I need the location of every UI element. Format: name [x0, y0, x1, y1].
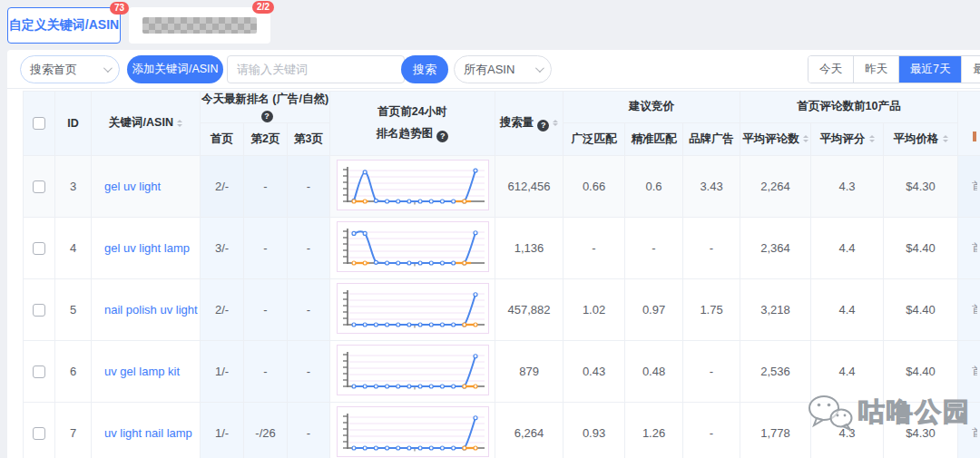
select-all-checkbox[interactable]: [33, 117, 45, 130]
range-today-button[interactable]: 今天: [808, 56, 853, 83]
rank-page3: -: [288, 402, 330, 458]
rank-page1: 2/-: [201, 278, 244, 340]
table-body: 3gel uv light2/---612,4560.660.63.432,26…: [24, 155, 980, 458]
rank-page2: -/26: [244, 402, 288, 458]
table-row: 4gel uv light lamp3/---1,136---2,3644.4$…: [24, 217, 980, 278]
info-icon[interactable]: [436, 131, 448, 142]
rank-trend-chart[interactable]: [337, 406, 489, 457]
col-keyword[interactable]: 关键词/ASIN: [92, 92, 201, 156]
keyword-link[interactable]: gel uv light: [104, 180, 161, 193]
add-keyword-button[interactable]: 添加关键词/ASIN: [127, 55, 223, 83]
search-volume: 1,136: [495, 217, 564, 278]
rank-page3: -: [288, 155, 330, 217]
row-id: 3: [55, 155, 92, 217]
col-group-reviews: 首页评论数前10产品: [740, 92, 958, 123]
col-id: ID: [55, 92, 92, 156]
row-checkbox[interactable]: [33, 242, 45, 255]
search-volume: 612,456: [495, 155, 564, 217]
tab-custom-keywords[interactable]: 自定义关键词/ASIN 73: [7, 7, 121, 44]
rank-trend-chart[interactable]: [337, 221, 489, 272]
avg-reviews: 2,364: [740, 217, 811, 278]
col-avg-reviews[interactable]: 平均评论数: [740, 122, 811, 155]
table-row: 6uv gel lamp kit1/---8790.430.48-2,5364.…: [24, 340, 980, 402]
tab-masked[interactable]: 2/2: [129, 7, 270, 44]
avg-rating: 4.3: [811, 402, 884, 458]
keyword-table: ID 关键词/ASIN 今天最新排名 (广告/自然) 首页前24小时 排名趋势图: [23, 91, 980, 458]
content-card: 搜索首页 添加关键词/ASIN 搜索 所有ASIN 今天 昨天 最近7天 最近1…: [7, 50, 980, 458]
col-search-volume[interactable]: 搜索量: [495, 92, 564, 156]
blurred-tab-content: [142, 17, 257, 34]
info-icon[interactable]: [261, 111, 273, 122]
sort-icon[interactable]: [553, 117, 558, 130]
col-next-clipped: [958, 92, 980, 156]
bid-exact: 0.6: [625, 155, 683, 217]
bid-brand: -: [683, 402, 740, 458]
range-last7days-button[interactable]: 最近7天: [898, 56, 961, 83]
bid-exact: -: [625, 217, 683, 278]
rank-page3: -: [288, 217, 330, 278]
keyword-link[interactable]: nail polish uv light: [104, 303, 198, 317]
row-id: 5: [55, 278, 92, 340]
bid-exact: 1.26: [625, 402, 683, 458]
chevron-down-icon: [535, 63, 544, 73]
app-page: 自定义关键词/ASIN 73 2/2 搜索首页 添加关键词/ASIN 搜索 所有…: [0, 0, 980, 458]
row-id: 6: [55, 340, 92, 402]
range-last14days-button[interactable]: 最近14天: [961, 56, 980, 83]
tab-count-badge: 73: [110, 2, 129, 15]
bid-broad: -: [564, 217, 625, 278]
keyword-link[interactable]: uv light nail lamp: [104, 426, 192, 440]
sort-icon[interactable]: [177, 117, 182, 130]
rank-trend-chart[interactable]: [337, 345, 489, 395]
rank-trend-chart[interactable]: [337, 283, 489, 334]
avg-rating: 4.3: [811, 155, 884, 217]
avg-price: $4.40: [884, 340, 958, 402]
chevron-down-icon: [103, 63, 113, 73]
keyword-search-input[interactable]: [227, 55, 405, 83]
avg-rating: 4.4: [811, 340, 884, 402]
bid-exact: 0.97: [625, 278, 683, 340]
tab-bar: 自定义关键词/ASIN 73 2/2: [7, 7, 270, 44]
table-row: 3gel uv light2/---612,4560.660.63.432,26…: [24, 155, 980, 217]
toolbar-divider: [7, 88, 980, 89]
info-icon[interactable]: [537, 120, 549, 132]
col-bid-broad: 广泛匹配: [564, 122, 625, 155]
bid-broad: 1.02: [564, 278, 625, 340]
col-avg-price[interactable]: 平均价格: [884, 122, 958, 155]
bid-broad: 0.43: [564, 340, 625, 402]
row-checkbox[interactable]: [33, 304, 45, 317]
keyword-link[interactable]: uv gel lamp kit: [104, 365, 180, 378]
rank-page1: 2/-: [201, 155, 244, 217]
tab-masked-badge: 2/2: [252, 1, 274, 14]
table-row: 7uv light nail lamp1/--/26-6,2640.931.26…: [24, 402, 980, 458]
row-id: 4: [55, 217, 92, 278]
rank-page3: -: [288, 278, 330, 340]
bid-broad: 0.66: [564, 155, 625, 217]
rank-page2: -: [244, 278, 288, 340]
avg-price: $4.30: [884, 155, 958, 217]
clipped-next-column: 首: [972, 364, 977, 379]
keyword-link[interactable]: gel uv light lamp: [104, 241, 190, 255]
col-bid-exact: 精准匹配: [625, 122, 683, 155]
avg-price: $4.40: [884, 278, 958, 340]
rank-page1: 1/-: [201, 402, 244, 458]
rank-trend-chart[interactable]: [337, 160, 489, 210]
sort-icon[interactable]: [943, 132, 948, 145]
scope-select[interactable]: 搜索首页: [20, 55, 120, 83]
bid-brand: 1.75: [683, 278, 740, 340]
sort-icon[interactable]: [803, 132, 808, 145]
rank-page2: -: [244, 340, 288, 402]
row-id: 7: [55, 402, 92, 458]
range-yesterday-button[interactable]: 昨天: [853, 56, 898, 83]
row-checkbox[interactable]: [33, 180, 45, 193]
avg-reviews: 2,536: [740, 340, 811, 402]
avg-price: $4.30: [884, 402, 958, 458]
keyword-table-wrap: ID 关键词/ASIN 今天最新排名 (广告/自然) 首页前24小时 排名趋势图: [23, 91, 980, 458]
search-button[interactable]: 搜索: [401, 55, 448, 83]
col-avg-rating[interactable]: 平均评分: [811, 122, 884, 155]
asin-select[interactable]: 所有ASIN: [454, 55, 552, 83]
row-checkbox[interactable]: [33, 365, 45, 378]
sort-icon[interactable]: [869, 132, 875, 145]
row-checkbox[interactable]: [33, 427, 45, 440]
avg-reviews: 3,218: [740, 278, 811, 340]
table-row: 5nail polish uv light2/---457,8821.020.9…: [24, 278, 980, 340]
